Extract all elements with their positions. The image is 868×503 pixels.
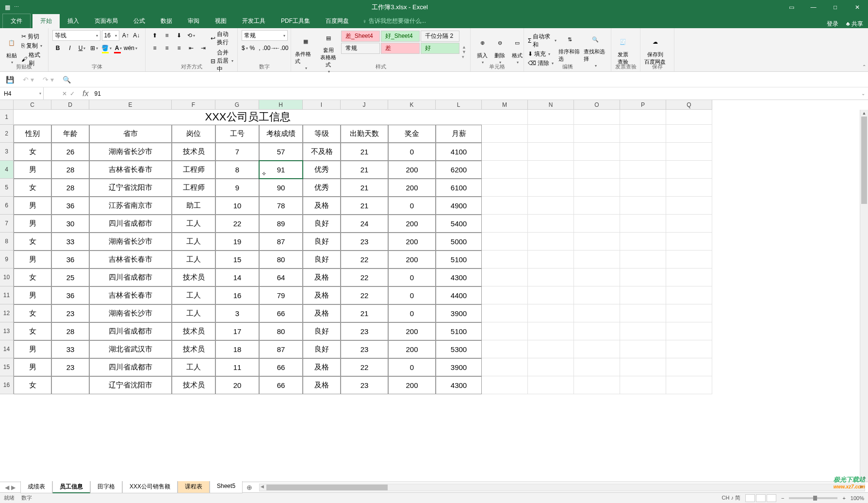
row-header-11[interactable]: 11: [0, 286, 13, 304]
table-cell[interactable]: 4900: [436, 197, 482, 215]
table-cell[interactable]: 23: [341, 233, 388, 251]
table-cell[interactable]: 男: [14, 215, 51, 233]
currency-button[interactable]: $▾: [242, 43, 248, 53]
table-cell[interactable]: 17: [215, 322, 259, 340]
cancel-formula-button[interactable]: ✕: [62, 90, 67, 97]
cell[interactable]: [528, 268, 574, 286]
cell[interactable]: [482, 197, 528, 215]
indent-decrease-button[interactable]: ⇤: [186, 43, 197, 53]
table-cell[interactable]: 江苏省南京市: [89, 197, 172, 215]
cell[interactable]: [620, 197, 666, 215]
table-cell[interactable]: 66: [259, 304, 303, 322]
table-cell[interactable]: 22: [341, 251, 388, 268]
increase-font-button[interactable]: A↑: [121, 30, 130, 41]
cell[interactable]: [620, 110, 666, 125]
cell[interactable]: [666, 286, 712, 304]
col-header-O[interactable]: O: [574, 100, 620, 109]
table-cell[interactable]: 工人: [172, 233, 215, 251]
table-cell[interactable]: 四川省成都市: [89, 358, 172, 376]
cell[interactable]: [574, 161, 620, 179]
table-cell[interactable]: 良好: [303, 340, 341, 358]
row-header-3[interactable]: 3: [0, 143, 13, 161]
table-cell[interactable]: 4400: [436, 286, 482, 304]
cell[interactable]: [620, 286, 666, 304]
table-cell[interactable]: 21: [341, 161, 388, 179]
cell[interactable]: [574, 304, 620, 322]
table-cell[interactable]: 及格: [303, 376, 341, 394]
table-cell[interactable]: 技术员: [172, 322, 215, 340]
col-header-K[interactable]: K: [388, 100, 436, 109]
cell[interactable]: [666, 179, 712, 197]
tab-data[interactable]: 数据: [153, 14, 180, 28]
expand-formula-button[interactable]: ⌄: [858, 91, 868, 96]
name-box[interactable]: H4 ▾: [0, 87, 44, 100]
table-cell[interactable]: 0: [388, 268, 436, 286]
table-cell[interactable]: 0: [388, 197, 436, 215]
scroll-thumb-v[interactable]: [861, 117, 867, 204]
decrease-font-button[interactable]: A↓: [132, 30, 141, 41]
table-cell[interactable]: 良好: [303, 233, 341, 251]
row-header-7[interactable]: 7: [0, 215, 13, 233]
undo-button[interactable]: ↶ ▾: [23, 76, 34, 84]
tab-nav-prev[interactable]: ◀: [5, 484, 9, 491]
cell[interactable]: [528, 197, 574, 215]
table-cell[interactable]: 优秀: [303, 161, 341, 179]
cell[interactable]: [482, 286, 528, 304]
table-cell[interactable]: 24: [341, 215, 388, 233]
table-cell[interactable]: 8: [215, 161, 259, 179]
cell[interactable]: [482, 304, 528, 322]
table-cell[interactable]: 湖南省长沙市: [89, 304, 172, 322]
cell[interactable]: [528, 376, 574, 394]
table-cell[interactable]: 33: [51, 233, 89, 251]
table-cell[interactable]: 7: [215, 143, 259, 161]
cell[interactable]: [574, 110, 620, 125]
redo-button[interactable]: ↷ ▾: [43, 76, 54, 84]
row-header-5[interactable]: 5: [0, 179, 13, 197]
table-cell[interactable]: 91✧: [259, 161, 303, 179]
cell[interactable]: [620, 215, 666, 233]
ribbon-options-icon[interactable]: ▭: [781, 0, 802, 15]
cell[interactable]: [482, 358, 528, 376]
table-cell[interactable]: 技术员: [172, 376, 215, 394]
align-top-button[interactable]: ⬆: [149, 30, 160, 41]
font-name-combo[interactable]: 等线▾: [52, 30, 100, 41]
table-header[interactable]: 月薪: [436, 125, 482, 143]
cell[interactable]: [620, 268, 666, 286]
table-cell[interactable]: 22: [215, 215, 259, 233]
table-header[interactable]: 等级: [303, 125, 341, 143]
cell[interactable]: [482, 233, 528, 251]
table-cell[interactable]: 女: [14, 304, 51, 322]
table-cell[interactable]: 男: [14, 197, 51, 215]
cell[interactable]: [482, 376, 528, 394]
table-cell[interactable]: 男: [14, 251, 51, 268]
table-cell[interactable]: 男: [14, 358, 51, 376]
table-cell[interactable]: 87: [259, 233, 303, 251]
tab-review[interactable]: 审阅: [180, 14, 207, 28]
cell[interactable]: [574, 125, 620, 143]
cell[interactable]: [620, 143, 666, 161]
tab-insert[interactable]: 插入: [60, 14, 87, 28]
cell[interactable]: [528, 179, 574, 197]
fill-button[interactable]: ⬇填充▾: [528, 50, 557, 58]
cell[interactable]: [574, 233, 620, 251]
table-cell[interactable]: 79: [259, 286, 303, 304]
tab-file[interactable]: 文件: [2, 14, 31, 28]
cell[interactable]: [482, 179, 528, 197]
view-normal-button[interactable]: [745, 494, 755, 502]
table-cell[interactable]: 辽宁省沈阳市: [89, 179, 172, 197]
table-cell[interactable]: 21: [341, 304, 388, 322]
tab-pdf[interactable]: PDF工具集: [273, 14, 318, 28]
style-bad-sheet4[interactable]: 差_Sheet4: [341, 31, 380, 42]
table-cell[interactable]: 16: [215, 286, 259, 304]
phonetic-button[interactable]: wén▾: [125, 43, 136, 53]
cell[interactable]: [666, 340, 712, 358]
cell[interactable]: [620, 376, 666, 394]
row-header-4[interactable]: 4: [0, 161, 13, 179]
row-header-9[interactable]: 9: [0, 251, 13, 268]
cell[interactable]: [482, 143, 528, 161]
table-cell[interactable]: 26: [51, 143, 89, 161]
row-header-10[interactable]: 10: [0, 268, 13, 286]
table-cell[interactable]: 5300: [436, 340, 482, 358]
table-cell[interactable]: 36: [51, 286, 89, 304]
login-link[interactable]: 登录: [827, 20, 838, 28]
